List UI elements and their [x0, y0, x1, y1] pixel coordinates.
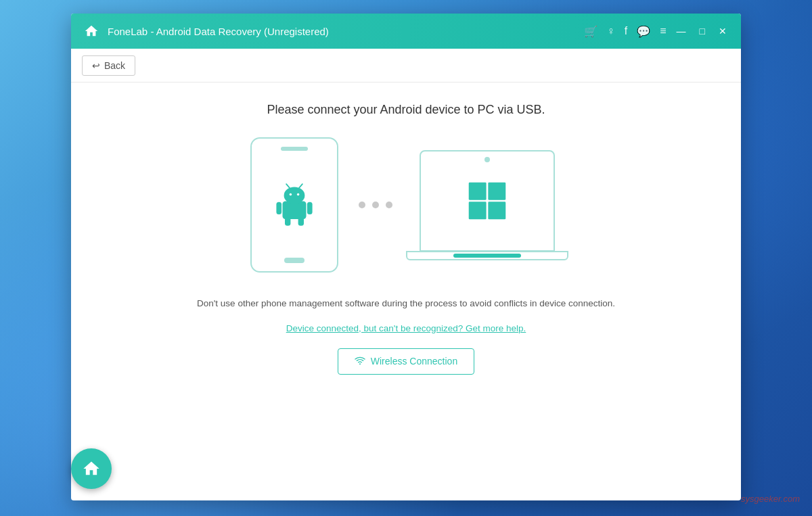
svg-rect-12: [469, 202, 487, 219]
svg-rect-8: [285, 217, 290, 226]
windows-logo-icon: [467, 181, 508, 221]
app-title: FoneLab - Android Data Recovery (Unregis…: [108, 26, 584, 37]
menu-icon[interactable]: ≡: [660, 25, 666, 37]
back-button[interactable]: ↩ Back: [82, 55, 135, 76]
app-window: FoneLab - Android Data Recovery (Unregis…: [71, 14, 741, 500]
svg-rect-9: [298, 217, 304, 226]
svg-point-2: [290, 193, 292, 196]
maximize-button[interactable]: □: [696, 25, 708, 37]
dot-3: [386, 202, 392, 208]
home-float-icon: [82, 459, 101, 478]
svg-line-4: [286, 184, 290, 188]
phone-top-bar: [281, 147, 308, 151]
connection-dots: [359, 202, 392, 208]
laptop-illustration: [413, 150, 562, 260]
main-content: Please connect your Android device to PC…: [71, 83, 741, 500]
svg-rect-7: [307, 202, 313, 214]
close-button[interactable]: ✕: [715, 25, 730, 37]
wireless-label: Wireless Connection: [371, 356, 457, 367]
toolbar: ↩ Back: [71, 49, 741, 83]
warning-text: Don't use other phone management softwar…: [197, 296, 615, 311]
connect-instruction: Please connect your Android device to PC…: [267, 103, 545, 117]
laptop-screen: [420, 150, 555, 252]
laptop-base: [406, 251, 568, 260]
phone-illustration: [250, 137, 338, 273]
minimize-button[interactable]: —: [673, 25, 690, 37]
watermark: sysgeeker.com: [741, 494, 800, 504]
laptop-camera: [484, 157, 490, 162]
home-float-button[interactable]: [71, 448, 112, 489]
android-robot-icon: [271, 181, 318, 229]
laptop-base-strip: [453, 254, 521, 258]
help-link[interactable]: Device connected, but can't be recognize…: [286, 323, 526, 333]
titlebar-icons: 🛒 ♀ f 💬 ≡: [584, 25, 667, 38]
svg-rect-13: [488, 202, 505, 219]
illustration: [250, 137, 562, 273]
phone-bottom-bar: [284, 258, 304, 263]
dot-1: [359, 202, 365, 208]
back-arrow-icon: ↩: [92, 60, 100, 71]
wifi-icon: [355, 355, 365, 368]
chat-icon[interactable]: 💬: [637, 25, 650, 38]
facebook-icon[interactable]: f: [625, 25, 627, 37]
wireless-connection-button[interactable]: Wireless Connection: [338, 348, 474, 375]
back-label: Back: [104, 60, 125, 71]
svg-rect-10: [469, 182, 487, 200]
svg-point-3: [297, 193, 300, 196]
window-controls: — □ ✕: [673, 25, 730, 37]
dot-2: [372, 202, 379, 208]
svg-rect-6: [276, 202, 281, 214]
svg-rect-11: [488, 182, 505, 200]
location-icon[interactable]: ♀: [607, 25, 615, 37]
title-bar: FoneLab - Android Data Recovery (Unregis…: [71, 14, 741, 49]
cart-icon[interactable]: 🛒: [584, 25, 597, 38]
svg-line-5: [299, 184, 302, 188]
svg-point-1: [284, 187, 305, 204]
titlebar-home-icon[interactable]: [82, 22, 101, 41]
